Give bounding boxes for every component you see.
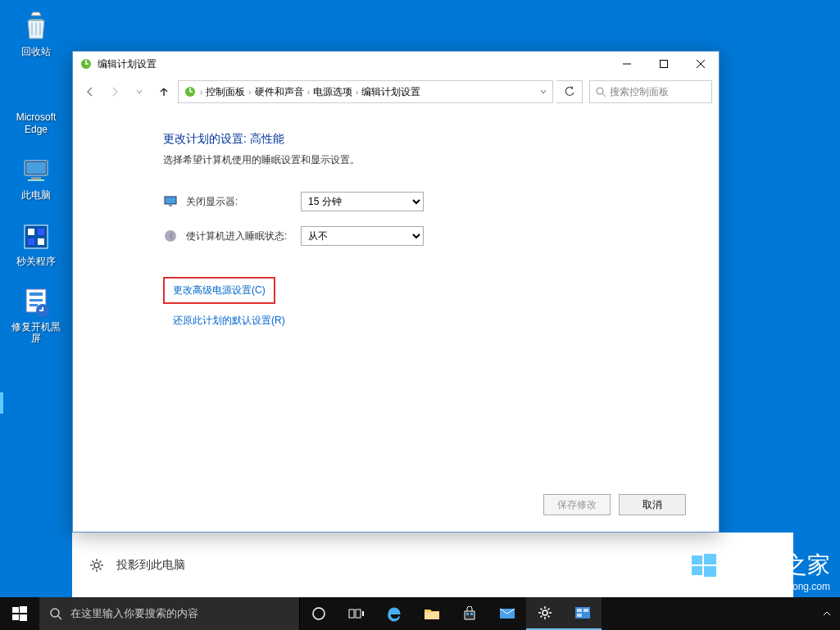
restore-defaults-link[interactable]: 还原此计划的默认设置(R) (173, 314, 285, 328)
power-plan-icon (79, 57, 93, 70)
titlebar[interactable]: 编辑计划设置 (73, 52, 719, 76)
content-area: 更改计划的设置: 高性能 选择希望计算机使用的睡眠设置和显示设置。 关闭显示器:… (73, 107, 719, 532)
windows-logo-icon (692, 553, 716, 578)
svg-rect-26 (692, 555, 702, 564)
svg-rect-46 (577, 609, 582, 612)
svg-rect-10 (30, 292, 43, 296)
breadcrumb-item[interactable]: 编辑计划设置 (361, 85, 420, 99)
explorer-taskbar-icon[interactable] (413, 597, 451, 630)
svg-rect-28 (692, 566, 702, 575)
chevron-right-icon[interactable]: › (248, 88, 251, 97)
svg-rect-23 (165, 197, 176, 204)
sleep-row: 使计算机进入睡眠状态: 从不 (163, 226, 686, 246)
svg-rect-27 (704, 554, 716, 564)
start-button[interactable] (0, 597, 39, 630)
breadcrumb-item[interactable]: 电源选项 (313, 85, 352, 99)
store-taskbar-icon[interactable] (451, 597, 488, 630)
back-button[interactable] (79, 81, 101, 102)
desktop-icon-label: 回收站 (21, 46, 51, 57)
svg-rect-41 (466, 613, 469, 615)
settings-app-panel: 投影到此电脑 (72, 533, 793, 598)
advanced-link-highlight: 更改高级电源设置(C) (163, 277, 275, 304)
desktop-icon-label: 秒关程序 (16, 256, 56, 267)
svg-rect-6 (38, 229, 44, 235)
breadcrumb-item[interactable]: 硬件和声音 (255, 85, 304, 99)
svg-point-36 (313, 608, 325, 619)
maximize-button[interactable] (645, 52, 682, 76)
display-off-label: 关闭显示器: (186, 195, 301, 209)
desktop-icons: 回收站 Microsoft Edge 此电脑 秒关程序 修复开机黑屏 (7, 8, 66, 347)
up-button[interactable] (153, 81, 175, 102)
address-bar[interactable]: › 控制面板 › 硬件和声音 › 电源选项 › 编辑计划设置 (178, 80, 553, 103)
control-panel-window: 编辑计划设置 › 控制面板 › 硬件和声音 › 电源选项 › 编辑计划设置 搜索… (72, 51, 720, 533)
recycle-bin-icon (19, 10, 53, 44)
page-title: 更改计划的设置: 高性能 (163, 132, 686, 147)
svg-rect-12 (30, 304, 38, 306)
address-dropdown-button[interactable] (539, 88, 547, 96)
svg-rect-39 (362, 611, 364, 616)
power-plan-icon (184, 85, 197, 98)
sleep-label: 使计算机进入睡眠状态: (186, 229, 301, 243)
desktop-icon-edge[interactable]: Microsoft Edge (7, 74, 66, 137)
cancel-button[interactable]: 取消 (619, 494, 686, 515)
search-box[interactable]: 搜索控制面板 (589, 80, 712, 103)
accent-bar (0, 392, 3, 414)
refresh-button[interactable] (556, 80, 583, 103)
address-bar-row: › 控制面板 › 硬件和声音 › 电源选项 › 编辑计划设置 搜索控制面板 (73, 76, 719, 107)
svg-rect-47 (583, 609, 588, 612)
tray-chevron-up-icon[interactable] (817, 597, 837, 630)
svg-rect-33 (20, 614, 27, 621)
windows-logo-icon (12, 606, 27, 621)
chevron-right-icon[interactable]: › (307, 88, 310, 97)
close-button[interactable] (682, 52, 719, 76)
task-view-icon[interactable] (338, 597, 375, 630)
sleep-select[interactable]: 从不 (301, 226, 424, 246)
desktop-icon-recycle-bin[interactable]: 回收站 (7, 8, 66, 59)
svg-rect-42 (470, 613, 473, 615)
display-off-select[interactable]: 15 分钟 (301, 192, 424, 211)
edge-taskbar-icon[interactable] (375, 597, 413, 630)
taskbar-search[interactable]: 在这里输入你要搜索的内容 (39, 597, 300, 630)
desktop-icon-quick-close[interactable]: 秒关程序 (7, 218, 66, 269)
svg-point-34 (51, 609, 59, 617)
svg-rect-29 (704, 566, 716, 577)
desktop-icon-fix-boot[interactable]: 修复开机黑屏 (7, 283, 66, 347)
chevron-right-icon[interactable]: › (356, 88, 358, 97)
advanced-power-link[interactable]: 更改高级电源设置(C) (173, 284, 266, 296)
page-subtitle: 选择希望计算机使用的睡眠设置和显示设置。 (163, 153, 686, 167)
watermark-url: www.win10xitong.com (692, 581, 830, 592)
chevron-right-icon[interactable]: › (200, 88, 202, 97)
watermark-brand: Win10之家 (692, 550, 830, 581)
svg-rect-7 (28, 238, 34, 245)
svg-rect-1 (26, 162, 46, 174)
window-controls (608, 52, 719, 76)
svg-rect-2 (31, 177, 41, 179)
svg-rect-32 (12, 614, 19, 620)
settings-taskbar-icon[interactable] (526, 597, 564, 630)
svg-rect-24 (169, 205, 172, 206)
svg-rect-5 (28, 229, 34, 235)
mail-taskbar-icon[interactable] (488, 597, 526, 630)
this-pc-icon (19, 153, 53, 188)
settings-panel-title: 投影到此电脑 (116, 558, 185, 573)
moon-icon (163, 229, 178, 243)
desktop-icon-this-pc[interactable]: 此电脑 (7, 152, 66, 202)
taskbar: 在这里输入你要搜索的内容 (0, 597, 840, 630)
svg-rect-40 (425, 612, 439, 619)
forward-button[interactable] (104, 81, 125, 102)
save-button[interactable]: 保存修改 (543, 494, 611, 515)
cortana-icon[interactable] (300, 597, 338, 630)
svg-rect-3 (28, 179, 44, 181)
svg-rect-37 (349, 610, 354, 618)
svg-rect-11 (30, 299, 43, 301)
app-icon (19, 220, 53, 254)
breadcrumb-item[interactable]: 控制面板 (206, 85, 245, 99)
taskbar-pinned-icons (300, 597, 602, 630)
app-icon (19, 285, 53, 320)
svg-rect-48 (577, 614, 582, 617)
search-icon (49, 607, 62, 620)
minimize-button[interactable] (608, 52, 645, 76)
control-panel-taskbar-icon[interactable] (564, 597, 602, 630)
recent-dropdown-button[interactable] (129, 81, 150, 102)
button-row: 保存修改 取消 (543, 494, 686, 515)
